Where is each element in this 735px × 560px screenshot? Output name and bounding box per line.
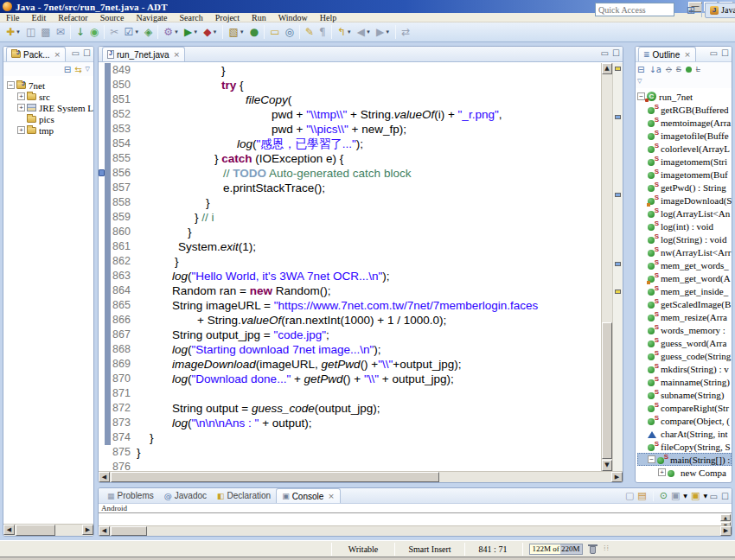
link-with-editor-icon[interactable]: ⇆ [74,65,81,74]
outline-item-guess-word-arra[interactable]: Sguess_word(Arra [637,336,732,349]
outline-item-colorlevel-arrayl[interactable]: Scolorlevel(ArrayL [637,142,732,155]
outline-item-charat-string-int[interactable]: charAt(String, int [637,427,732,440]
show-whitespace-icon[interactable]: ¶ [317,24,328,40]
outline-item-new-compa[interactable]: +new Compa [637,466,732,479]
overview-ruler[interactable] [612,63,623,471]
outline-item-words-memory-[interactable]: Swords_memory : [637,323,732,336]
menu-search[interactable]: Search [174,13,209,22]
menu-run[interactable]: Run [246,13,272,22]
tree-item-pics[interactable]: pics [7,113,93,124]
outline-item-mem-get-inside-[interactable]: Smem_get_inside_ [637,284,732,297]
console-vscrollbar[interactable]: ▲▼ [720,514,732,525]
dropdown-arrow-icon[interactable]: ▼ [240,29,245,35]
dropdown-arrow-icon[interactable]: ▼ [212,29,217,35]
outline-item-imagetomem-stri[interactable]: Simagetomem(Stri [637,155,732,168]
console-output[interactable] [99,514,720,525]
tree-item-7net[interactable]: −7net [7,80,93,91]
dropdown-arrow-icon[interactable]: ▼ [683,493,687,499]
open-type-icon[interactable]: ▭ [268,24,281,40]
dropdown-arrow-icon[interactable]: ▼ [366,29,371,35]
outline-item-memtoimage-arra[interactable]: Smemtoimage(Arra [637,116,732,129]
outline-item-nw-arraylist-arr[interactable]: Snw(ArrayList<Arr [637,245,732,258]
quick-access-input[interactable] [595,3,674,16]
console-minmax[interactable]: ▭☐ [710,492,729,501]
tab-problems[interactable]: ▦Problems [102,488,159,503]
garbage-collect-button[interactable] [588,544,598,555]
android-avd-manager-icon[interactable]: ◉ [88,24,100,40]
outline-item-mkdirs-string-v[interactable]: Smkdirs(String) : v [637,362,732,375]
tab-declaration[interactable]: ◧Declaration [212,488,276,503]
outline-item-log-string-void[interactable]: Slog(String) : void [637,232,732,245]
menu-edit[interactable]: Edit [26,13,53,22]
plus-expander-icon[interactable]: + [658,468,666,476]
hide-fields-icon[interactable]: ◇ [666,65,672,73]
tab-run-7net-java[interactable]: run_7net.java × [102,47,185,61]
dropdown-arrow-icon[interactable]: ▼ [347,29,352,35]
collapse-all-icon[interactable]: ⊟ [637,65,644,74]
package-explorer-hscrollbar[interactable]: ◀ ▶ [3,524,93,536]
dropdown-arrow-icon[interactable]: ▼ [703,493,707,499]
save-icon[interactable]: ◫ [24,24,37,40]
outline-minmax[interactable]: ▭☐ [710,48,729,58]
menu-file[interactable]: File [0,13,26,22]
view-menu-icon[interactable]: ▽ [637,78,642,85]
junit-run-icon[interactable]: ● [248,24,260,40]
outline-item-subname-string-[interactable]: Ssubname(String) [637,388,732,401]
tab-javadoc[interactable]: @Javadoc [159,488,212,503]
collapse-all-icon[interactable]: ⊟ [64,65,71,74]
outline-root-run-7net[interactable]: −Crun_7net [637,90,732,103]
outline-item-imagetomem-buf[interactable]: Simagetomem(Buf [637,168,732,181]
tab-package-explorer[interactable]: Pack... × [6,47,66,61]
dropdown-arrow-icon[interactable]: ▼ [193,29,198,35]
menu-refactor[interactable]: Refactor [52,13,93,22]
editor-minmax[interactable]: ▭☐ [601,48,620,58]
dropdown-arrow-icon[interactable]: ▼ [134,29,139,35]
remove-launch-icon[interactable]: ▢ [625,490,634,501]
hide-local-types-icon[interactable]: L [696,65,700,73]
hide-non-public-icon[interactable] [686,67,692,73]
outline-item-mem-get-word-a[interactable]: Smem_get_word(A [637,271,732,284]
outline-item-getpwd-string[interactable]: SgetPwd() : String [637,181,732,194]
outline-item-log-arraylist-an[interactable]: Slog(ArrayList<An [637,207,732,220]
outline-item-imagedownload-s[interactable]: SimageDownload(S [637,194,732,207]
close-icon[interactable]: × [328,492,335,500]
outline-item-mainname-string-[interactable]: Smainname(String) [637,375,732,388]
pin-console-icon[interactable]: ⊙ [660,490,668,501]
close-icon[interactable]: × [174,50,181,59]
close-icon[interactable]: × [54,50,61,59]
sort-icon[interactable]: ↓a [649,65,662,74]
scroll-lock-icon[interactable]: ▤ [637,490,646,501]
outline-item-log-int-void[interactable]: Slog(int) : void [637,220,732,232]
search-icon[interactable]: ◎ [284,24,296,40]
tree-item-jre-system-lib[interactable]: +JRE System Lib [7,102,93,113]
outline-item-getrgb-buffered[interactable]: SgetRGB(Buffered [637,103,732,116]
outline-item-mem-resize-arra[interactable]: Smem_resize(Arra [637,310,732,323]
console-hscrollbar[interactable]: ◀ ▶ [99,525,732,536]
outline-item-main-string-v[interactable]: −Smain(String[]) : v [637,453,732,466]
close-icon[interactable]: × [684,50,691,59]
mark-task-icon[interactable]: ☑▼ [122,24,141,40]
editor-vscrollbar[interactable]: ▲ ▼ [601,63,612,471]
menu-help[interactable]: Help [314,13,342,22]
plus-expander-icon[interactable]: + [17,92,25,100]
debug-icon[interactable]: ◆▼ [201,24,219,40]
cut-icon[interactable]: ✂ [108,24,120,40]
outline-item-getscaledimage-b[interactable]: SgetScaledImage(B [637,297,732,310]
java-perspective-button[interactable]: J Java [705,3,735,18]
outline-item-compare-object-[interactable]: Scompare(Object, ( [637,414,732,427]
dropdown-arrow-icon[interactable]: ▼ [174,29,179,35]
coverage-icon[interactable]: ▧▼ [227,24,246,40]
dropdown-arrow-icon[interactable]: ▼ [385,29,390,35]
new-junit-icon[interactable]: ◈ [143,24,154,40]
plus-expander-icon[interactable]: + [17,126,25,134]
minus-expander-icon[interactable]: − [648,455,655,463]
new-wizard-icon[interactable]: ✚▼ [4,24,22,40]
outline-item-filecopy-string-s[interactable]: SfileCopy(String, S [637,440,732,453]
menu-navigate[interactable]: Navigate [130,13,173,22]
run-icon[interactable]: ▶▼ [182,24,200,40]
outline-item-mem-get-words-[interactable]: Smem_get_words_ [637,258,732,271]
menu-project[interactable]: Project [209,13,246,22]
tree-item-tmp[interactable]: +tmp [7,124,93,136]
minus-expander-icon[interactable]: − [7,81,15,89]
tab-console[interactable]: ▣Console× [276,488,341,503]
